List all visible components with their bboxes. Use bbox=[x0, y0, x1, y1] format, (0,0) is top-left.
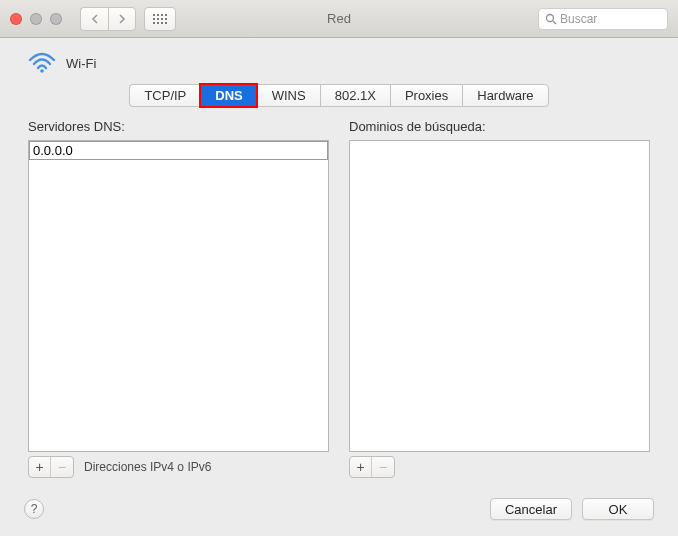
remove-dns-server-button[interactable]: − bbox=[51, 457, 73, 477]
dns-panel: Servidores DNS: + − Direcciones IPv4 o I… bbox=[28, 119, 650, 488]
svg-point-2 bbox=[40, 69, 44, 73]
dns-servers-label: Servidores DNS: bbox=[28, 119, 329, 134]
help-button[interactable]: ? bbox=[24, 499, 44, 519]
ok-button[interactable]: OK bbox=[582, 498, 654, 520]
tab-strip: TCP/IP DNS WINS 802.1X Proxies Hardware bbox=[0, 84, 678, 107]
search-field-wrap[interactable] bbox=[538, 8, 668, 30]
svg-line-1 bbox=[553, 21, 556, 24]
content-pane: Wi-Fi TCP/IP DNS WINS 802.1X Proxies Har… bbox=[0, 38, 678, 536]
tab-tcpip[interactable]: TCP/IP bbox=[129, 84, 200, 107]
nav-buttons bbox=[80, 7, 136, 31]
show-all-button[interactable] bbox=[144, 7, 176, 31]
tab-group: TCP/IP DNS WINS 802.1X Proxies Hardware bbox=[129, 84, 548, 107]
dns-servers-list[interactable] bbox=[28, 140, 329, 452]
plus-minus-group: + − bbox=[28, 456, 74, 478]
window-title: Red bbox=[327, 11, 351, 26]
search-domains-list[interactable] bbox=[349, 140, 650, 452]
cancel-button[interactable]: Cancelar bbox=[490, 498, 572, 520]
window-controls bbox=[10, 13, 62, 25]
chevron-right-icon bbox=[118, 14, 126, 24]
grid-icon bbox=[153, 14, 167, 24]
remove-search-domain-button[interactable]: − bbox=[372, 457, 394, 477]
tab-hardware[interactable]: Hardware bbox=[462, 84, 548, 107]
tab-proxies[interactable]: Proxies bbox=[390, 84, 462, 107]
nav-back-button[interactable] bbox=[80, 7, 108, 31]
dns-servers-controls: + − Direcciones IPv4 o IPv6 bbox=[28, 456, 329, 478]
search-domains-controls: + − bbox=[349, 456, 650, 478]
dns-server-input[interactable] bbox=[30, 142, 327, 159]
dns-servers-column: Servidores DNS: + − Direcciones IPv4 o I… bbox=[28, 119, 329, 478]
close-window-button[interactable] bbox=[10, 13, 22, 25]
search-input[interactable] bbox=[560, 12, 661, 26]
plus-icon: + bbox=[356, 460, 364, 474]
dns-server-row[interactable] bbox=[29, 141, 328, 160]
footer: ? Cancelar OK bbox=[0, 488, 678, 536]
tab-wins[interactable]: WINS bbox=[257, 84, 320, 107]
search-domains-label: Dominios de búsqueda: bbox=[349, 119, 650, 134]
interface-name: Wi-Fi bbox=[66, 56, 96, 71]
wifi-icon bbox=[28, 52, 56, 74]
add-search-domain-button[interactable]: + bbox=[350, 457, 372, 477]
tab-dns[interactable]: DNS bbox=[200, 84, 256, 107]
maximize-window-button[interactable] bbox=[50, 13, 62, 25]
chevron-left-icon bbox=[91, 14, 99, 24]
minus-icon: − bbox=[58, 460, 66, 474]
search-icon bbox=[545, 13, 557, 25]
tab-8021x[interactable]: 802.1X bbox=[320, 84, 390, 107]
svg-point-0 bbox=[547, 14, 554, 21]
dns-hint: Direcciones IPv4 o IPv6 bbox=[84, 460, 211, 474]
search-domains-column: Dominios de búsqueda: + − bbox=[349, 119, 650, 478]
minimize-window-button[interactable] bbox=[30, 13, 42, 25]
plus-icon: + bbox=[35, 460, 43, 474]
add-dns-server-button[interactable]: + bbox=[29, 457, 51, 477]
plus-minus-group-domains: + − bbox=[349, 456, 395, 478]
minus-icon: − bbox=[379, 460, 387, 474]
nav-forward-button[interactable] bbox=[108, 7, 136, 31]
interface-header: Wi-Fi bbox=[0, 38, 678, 82]
titlebar: Red bbox=[0, 0, 678, 38]
